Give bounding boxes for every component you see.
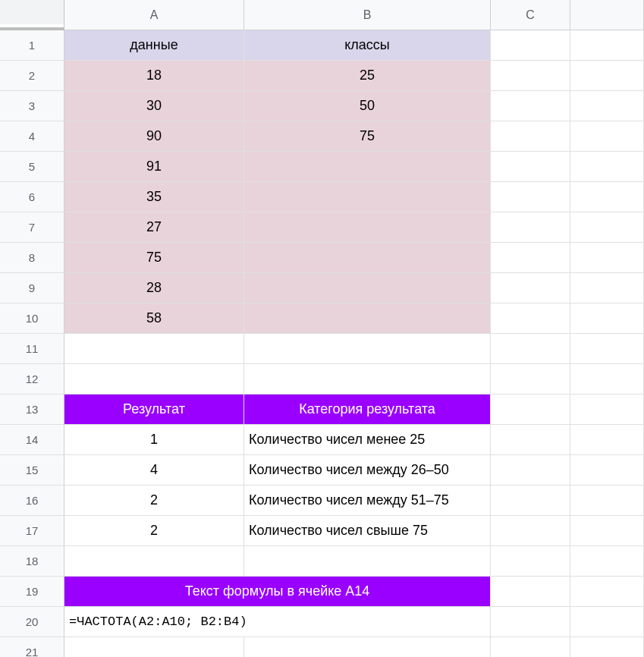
cell-c3[interactable]	[491, 91, 570, 121]
spreadsheet-grid[interactable]: A B C 1 данные классы 2 18 25 3 30 50 4 …	[0, 0, 644, 657]
cell-d15[interactable]	[570, 455, 644, 486]
cell-c12[interactable]	[491, 364, 570, 395]
cell-b8[interactable]	[244, 243, 491, 273]
cell-d5[interactable]	[570, 152, 644, 182]
cell-d1[interactable]	[570, 30, 644, 61]
cell-b7[interactable]	[244, 212, 491, 243]
row-header-11[interactable]: 11	[0, 334, 64, 364]
cell-b5[interactable]	[244, 152, 491, 182]
cell-b12[interactable]	[244, 364, 491, 395]
col-header-d[interactable]	[570, 0, 644, 30]
col-header-b[interactable]: B	[244, 0, 491, 30]
cell-a9[interactable]: 28	[64, 273, 244, 303]
cell-c21[interactable]	[491, 637, 570, 657]
cell-b15[interactable]: Количество чисел между 26–50	[244, 455, 491, 486]
cell-d16[interactable]	[570, 486, 644, 516]
row-header-13[interactable]: 13	[0, 395, 64, 425]
row-header-20[interactable]: 20	[0, 607, 64, 637]
cell-a21[interactable]	[64, 637, 244, 657]
cell-d18[interactable]	[570, 546, 644, 577]
row-header-12[interactable]: 12	[0, 364, 64, 395]
cell-b14[interactable]: Количество чисел менее 25	[244, 425, 491, 455]
cell-d21[interactable]	[570, 637, 644, 657]
cell-d20[interactable]	[570, 607, 644, 637]
cell-d11[interactable]	[570, 334, 644, 364]
row-header-1[interactable]: 1	[0, 30, 64, 61]
cell-c5[interactable]	[491, 152, 570, 182]
cell-a5[interactable]: 91	[64, 152, 244, 182]
row-header-4[interactable]: 4	[0, 121, 64, 152]
cell-a17[interactable]: 2	[64, 516, 244, 546]
cell-d19[interactable]	[570, 577, 644, 607]
cell-c11[interactable]	[491, 334, 570, 364]
cell-c7[interactable]	[491, 212, 570, 243]
cell-b21[interactable]	[244, 637, 491, 657]
cell-c2[interactable]	[491, 61, 570, 91]
row-header-6[interactable]: 6	[0, 182, 64, 212]
cell-d6[interactable]	[570, 182, 644, 212]
cell-b17[interactable]: Количество чисел свыше 75	[244, 516, 491, 546]
cell-a19-merged[interactable]: Текст формулы в ячейке A14	[64, 577, 491, 607]
cell-a16[interactable]: 2	[64, 486, 244, 516]
cell-a8[interactable]: 75	[64, 243, 244, 273]
cell-d17[interactable]	[570, 516, 644, 546]
row-header-15[interactable]: 15	[0, 455, 64, 486]
cell-b3[interactable]: 50	[244, 91, 491, 121]
cell-d9[interactable]	[570, 273, 644, 303]
cell-b13[interactable]: Категория результата	[244, 395, 491, 425]
cell-d13[interactable]	[570, 395, 644, 425]
cell-c14[interactable]	[491, 425, 570, 455]
cell-a1[interactable]: данные	[64, 30, 244, 61]
cell-b9[interactable]	[244, 273, 491, 303]
cell-c4[interactable]	[491, 121, 570, 152]
cell-d12[interactable]	[570, 364, 644, 395]
cell-b2[interactable]: 25	[244, 61, 491, 91]
row-header-17[interactable]: 17	[0, 516, 64, 546]
cell-c1[interactable]	[491, 30, 570, 61]
cell-b10[interactable]	[244, 303, 491, 334]
cell-c6[interactable]	[491, 182, 570, 212]
cell-c20[interactable]	[491, 607, 570, 637]
cell-d14[interactable]	[570, 425, 644, 455]
cell-c9[interactable]	[491, 273, 570, 303]
cell-a15[interactable]: 4	[64, 455, 244, 486]
cell-d3[interactable]	[570, 91, 644, 121]
cell-a2[interactable]: 18	[64, 61, 244, 91]
row-header-2[interactable]: 2	[0, 61, 64, 91]
row-header-19[interactable]: 19	[0, 577, 64, 607]
cell-b4[interactable]: 75	[244, 121, 491, 152]
cell-b16[interactable]: Количество чисел между 51–75	[244, 486, 491, 516]
cell-c17[interactable]	[491, 516, 570, 546]
cell-c16[interactable]	[491, 486, 570, 516]
row-header-14[interactable]: 14	[0, 425, 64, 455]
select-all-corner[interactable]	[0, 0, 64, 30]
cell-c18[interactable]	[491, 546, 570, 577]
cell-a6[interactable]: 35	[64, 182, 244, 212]
cell-d7[interactable]	[570, 212, 644, 243]
cell-a3[interactable]: 30	[64, 91, 244, 121]
cell-b11[interactable]	[244, 334, 491, 364]
cell-c15[interactable]	[491, 455, 570, 486]
cell-d10[interactable]	[570, 303, 644, 334]
cell-a11[interactable]	[64, 334, 244, 364]
cell-b6[interactable]	[244, 182, 491, 212]
row-header-18[interactable]: 18	[0, 546, 64, 577]
cell-b18[interactable]	[244, 546, 491, 577]
row-header-16[interactable]: 16	[0, 486, 64, 516]
cell-a13[interactable]: Результат	[64, 395, 244, 425]
row-header-8[interactable]: 8	[0, 243, 64, 273]
cell-a20-merged[interactable]: =ЧАСТОТА(A2:A10; B2:B4)	[64, 607, 491, 637]
cell-c13[interactable]	[491, 395, 570, 425]
row-header-21[interactable]: 21	[0, 637, 64, 657]
cell-a10[interactable]: 58	[64, 303, 244, 334]
row-header-3[interactable]: 3	[0, 91, 64, 121]
cell-b1[interactable]: классы	[244, 30, 491, 61]
row-header-10[interactable]: 10	[0, 303, 64, 334]
cell-a4[interactable]: 90	[64, 121, 244, 152]
cell-d8[interactable]	[570, 243, 644, 273]
cell-c19[interactable]	[491, 577, 570, 607]
cell-d4[interactable]	[570, 121, 644, 152]
cell-c8[interactable]	[491, 243, 570, 273]
cell-c10[interactable]	[491, 303, 570, 334]
row-header-7[interactable]: 7	[0, 212, 64, 243]
